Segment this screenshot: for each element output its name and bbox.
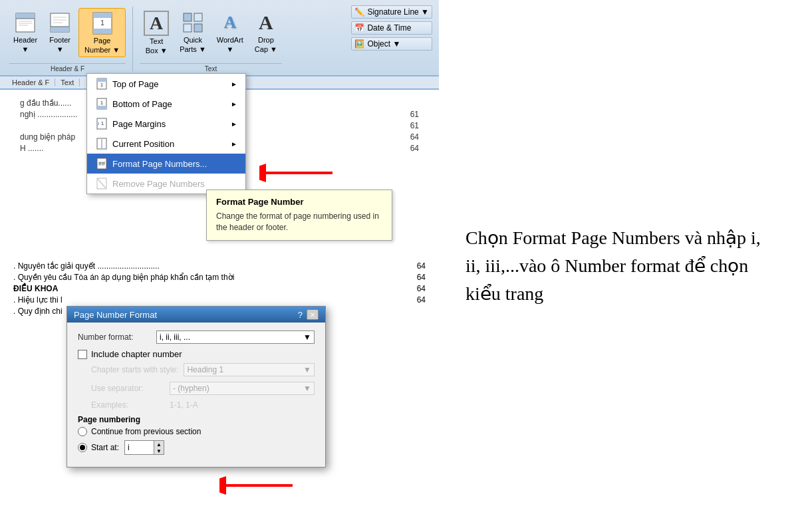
text-box-label: Text: [150, 37, 163, 45]
chapter-starts-value: Heading 1: [187, 365, 223, 374]
menu-current-position[interactable]: Current Position ►: [87, 134, 245, 154]
svg-text:1: 1: [100, 100, 104, 106]
number-format-select[interactable]: i, ii, iii, ... ▼: [156, 331, 315, 344]
chapter-starts-arrow: ▼: [303, 365, 311, 374]
menu-page-margins[interactable]: 1 Page Margins ►: [87, 114, 245, 134]
chapter-starts-select: Heading 1 ▼: [184, 363, 315, 376]
doc-line-4-num: 64: [410, 132, 419, 142]
svg-text:1: 1: [100, 19, 104, 27]
dialog-title-bar: Page Number Format ? ✕: [67, 307, 325, 323]
signature-line-button[interactable]: ✏️ Signature Line ▼: [351, 5, 432, 19]
svg-rect-13: [93, 13, 112, 18]
bottom-of-page-label: Bottom of Page: [112, 99, 172, 109]
use-separator-row: Use separator: - (hyphen) ▼: [91, 382, 315, 395]
header-button[interactable]: Header ▼: [9, 8, 41, 56]
start-at-spinner[interactable]: ▲ ▼: [124, 440, 164, 455]
start-at-input[interactable]: [125, 442, 154, 454]
footer-icon: [48, 11, 72, 35]
date-time-icon: 📅: [354, 23, 364, 33]
continue-radio-row: Continue from previous section: [78, 427, 315, 436]
top-of-page-label: Top of Page: [112, 79, 158, 89]
use-separator-arrow: ▼: [303, 384, 311, 393]
wordart-icon: A: [218, 11, 242, 35]
page-number-button[interactable]: 1 Page Number ▼: [78, 8, 126, 57]
text-box-button[interactable]: A Text Box ▼: [140, 8, 173, 57]
page-number-format-dialog: Page Number Format ? ✕ Number format: i,…: [66, 306, 326, 467]
doc-line-5-text: H .......: [20, 144, 43, 153]
chapter-starts-label: Chapter starts with style:: [91, 365, 178, 374]
doc-line-8: ĐIỀU KHOA 64: [13, 284, 426, 293]
tooltip-popup: Format Page Number Change the format of …: [206, 190, 392, 241]
spinner-down-button[interactable]: ▼: [154, 448, 164, 454]
include-chapter-label: Include chapter number: [91, 349, 182, 359]
doc-line-6: . Nguyên tắc giải quyết ................…: [13, 261, 426, 271]
signature-icon: ✏️: [354, 7, 364, 17]
spinner-up-button[interactable]: ▲: [154, 441, 164, 448]
start-at-radio[interactable]: [78, 443, 87, 452]
footer-button[interactable]: Footer ▼: [44, 8, 76, 56]
svg-rect-16: [184, 13, 192, 21]
continue-label: Continue from previous section: [91, 427, 201, 436]
object-icon: 🖼️: [354, 39, 364, 49]
doc-line-3-num: 61: [410, 121, 419, 130]
page-number-sublabel: Number ▼: [84, 46, 120, 54]
doc-line-7: . Quyền yêu cầu Tòa án áp dụng biện pháp…: [13, 273, 426, 282]
doc-line-6-text: . Nguyên tắc giải quyết ................…: [13, 261, 160, 271]
svg-rect-17: [194, 13, 202, 21]
red-arrow-menu: [259, 160, 339, 192]
object-button[interactable]: 🖼️ Object ▼: [351, 37, 432, 51]
left-panel: Header ▼ Footer: [0, 0, 439, 532]
page-margins-arrow: ►: [231, 120, 237, 128]
bottom-of-page-icon: 1: [95, 97, 108, 110]
svg-rect-1: [16, 13, 35, 19]
remove-page-numbers-label: Remove Page Numbers: [112, 179, 205, 189]
red-arrow-dialog: [219, 472, 299, 501]
start-at-radio-row: Start at: ▲ ▼: [78, 440, 315, 455]
remove-page-numbers-icon: [95, 177, 108, 190]
top-of-page-icon: 1: [95, 77, 108, 90]
svg-text:1: 1: [101, 120, 104, 126]
doc-line-2-text: nghị ..................: [20, 110, 77, 119]
page-numbering-title: Page numbering: [78, 415, 315, 424]
svg-rect-19: [194, 24, 202, 32]
quick-parts-button[interactable]: Quick Parts ▼: [176, 8, 210, 56]
date-time-button[interactable]: 📅 Date & Time: [351, 21, 432, 35]
right-ribbon-buttons: ✏️ Signature Line ▼ 📅 Date & Time 🖼️ Obj…: [351, 5, 432, 51]
include-chapter-checkbox[interactable]: [78, 350, 87, 359]
dialog-close-button[interactable]: ✕: [307, 309, 319, 320]
tooltip-text: Change the format of page numbering used…: [216, 211, 382, 233]
dialog-question-icon[interactable]: ?: [298, 310, 303, 320]
menu-bottom-of-page[interactable]: 1 Bottom of Page ►: [87, 94, 245, 114]
current-position-arrow: ►: [231, 140, 237, 148]
doc-line-9-text: . Hiệu lực thi l: [13, 295, 63, 305]
page-number-icon: 1: [90, 11, 114, 35]
continue-radio[interactable]: [78, 427, 87, 436]
footer-label: Footer: [49, 36, 70, 44]
chapter-options: Chapter starts with style: Heading 1 ▼ U…: [78, 363, 315, 410]
menu-format-page-numbers[interactable]: ## Format Page Numbers...: [87, 154, 245, 174]
current-position-label: Current Position: [112, 139, 174, 149]
number-format-dropdown-icon: ▼: [303, 332, 311, 342]
use-separator-value: - (hyphen): [173, 384, 209, 393]
wordart-sublabel: ▼: [226, 45, 233, 53]
examples-row: Examples: 1-1, 1-A: [91, 400, 315, 410]
wordart-button[interactable]: A WordArt ▼: [213, 8, 247, 56]
header-icon: [13, 11, 37, 35]
svg-text:1: 1: [100, 82, 104, 88]
tooltip-title: Format Page Number: [216, 197, 382, 207]
menu-top-of-page[interactable]: 1 Top of Page ►: [87, 74, 245, 94]
text-section-label: Text: [140, 63, 282, 72]
drop-cap-button[interactable]: A Drop Cap ▼: [250, 8, 282, 56]
number-format-label: Number format:: [78, 332, 151, 342]
svg-rect-24: [97, 106, 106, 109]
ribbon-group-text: A Text Box ▼ Quick Parts ▼: [136, 3, 286, 75]
doc-line-5-num: 64: [410, 144, 419, 153]
spinner-buttons: ▲ ▼: [154, 441, 164, 454]
dialog-title-right: ? ✕: [298, 309, 319, 320]
start-at-label: Start at:: [91, 443, 119, 452]
doc-line-1-text: g đầu thầu......: [20, 98, 71, 108]
bottom-of-page-arrow: ►: [231, 100, 237, 108]
svg-rect-14: [93, 29, 112, 34]
ribbon-sep-1: [132, 7, 133, 71]
doc-line-7-num: 64: [417, 273, 426, 282]
